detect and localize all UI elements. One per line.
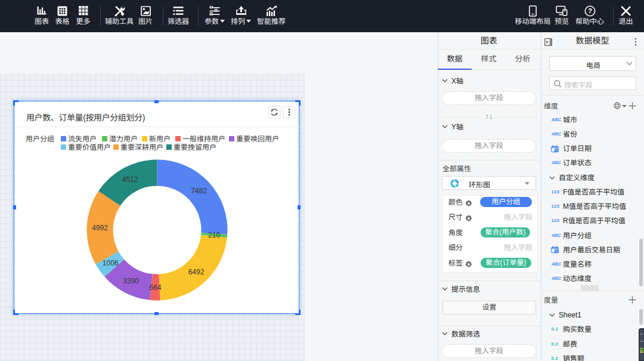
- svg-text:7482: 7482: [191, 187, 207, 195]
- svg-text:?: ?: [588, 7, 592, 14]
- svg-text:4512: 4512: [122, 175, 138, 184]
- svg-text:210: 210: [208, 231, 220, 239]
- svg-text:664: 664: [149, 283, 161, 292]
- svg-text:1006: 1006: [103, 259, 119, 267]
- svg-text:6492: 6492: [188, 268, 205, 276]
- svg-text:4992: 4992: [92, 224, 108, 232]
- svg-text:3390: 3390: [123, 277, 139, 285]
